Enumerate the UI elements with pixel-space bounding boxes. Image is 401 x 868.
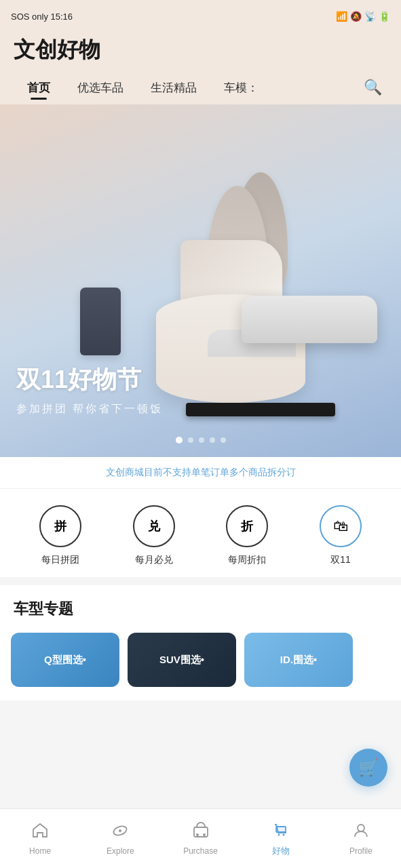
hero-content: 双11好物节 参加拼团 帮你省下一顿饭 bbox=[16, 363, 163, 416]
nav-home-label: Home bbox=[29, 846, 51, 856]
status-bar: SOS only 15:16 📶 🔕 📡 🔋 bbox=[0, 0, 401, 30]
nav-explore-label: Explore bbox=[107, 846, 134, 856]
car-type-id-label: ID.围选• bbox=[280, 654, 317, 667]
car-type-suv-label: SUV围选• bbox=[159, 654, 204, 667]
vw-cup bbox=[80, 288, 121, 355]
svg-point-8 bbox=[358, 825, 364, 831]
category-monthly-redeem[interactable]: 兑 每月必兑 bbox=[107, 505, 201, 566]
nav-tab-car-products[interactable]: 优选车品 bbox=[64, 75, 137, 104]
monthly-redeem-icon: 兑 bbox=[133, 505, 175, 547]
daily-group-icon: 拼 bbox=[39, 505, 81, 547]
vibrate-icon: 🔕 bbox=[350, 11, 362, 22]
category-weekly-discount[interactable]: 折 每周折扣 bbox=[201, 505, 294, 566]
app-title: 文创好物 bbox=[14, 35, 387, 65]
svg-rect-5 bbox=[276, 827, 286, 832]
status-left-text: SOS only 15:16 bbox=[11, 12, 73, 22]
hero-title: 双11好物节 bbox=[16, 363, 163, 397]
goods-icon bbox=[272, 821, 290, 842]
nav-goods-label: 好物 bbox=[272, 845, 290, 857]
cart-fab-icon: 🛒 bbox=[358, 758, 379, 777]
weekly-discount-label: 每周折扣 bbox=[228, 554, 266, 566]
notice-bar: 文创商城目前不支持单笔订单多个商品拆分订 bbox=[0, 457, 401, 489]
header: 文创好物 首页 优选车品 生活精品 车模： 🔍 bbox=[0, 30, 401, 104]
car-type-q-label: Q型围选• bbox=[44, 654, 86, 667]
notice-text: 文创商城目前不支持单笔订单多个商品拆分订 bbox=[106, 467, 296, 477]
pin-text-icon: 拼 bbox=[54, 518, 66, 534]
dot-4[interactable] bbox=[210, 437, 215, 443]
weekly-discount-icon: 折 bbox=[226, 505, 268, 547]
dot-1[interactable] bbox=[176, 437, 183, 443]
status-right-icons: 📶 🔕 📡 🔋 bbox=[336, 11, 390, 22]
car-model bbox=[242, 296, 377, 343]
hero-subtitle: 参加拼团 帮你省下一顿饭 bbox=[16, 402, 163, 416]
nav-item-explore[interactable]: Explore bbox=[80, 816, 160, 861]
nav-profile-label: Profile bbox=[349, 846, 373, 856]
carousel-dots bbox=[176, 437, 226, 443]
explore-icon bbox=[111, 822, 129, 844]
nav-item-home[interactable]: Home bbox=[0, 816, 80, 861]
nav-tab-lifestyle[interactable]: 生活精品 bbox=[137, 75, 210, 104]
car-base-platform bbox=[186, 403, 335, 416]
svg-point-4 bbox=[203, 833, 206, 836]
car-type-id[interactable]: ID.围选• bbox=[244, 633, 353, 687]
monthly-redeem-label: 每月必兑 bbox=[135, 554, 173, 566]
category-daily-group[interactable]: 拼 每日拼团 bbox=[14, 505, 107, 566]
double11-label: 双11 bbox=[330, 554, 351, 566]
search-icon[interactable]: 🔍 bbox=[358, 73, 387, 104]
wifi-icon: 📡 bbox=[364, 11, 376, 22]
hero-banner: 双11好物节 参加拼团 帮你省下一顿饭 bbox=[0, 104, 401, 457]
svg-point-7 bbox=[282, 833, 284, 835]
svg-point-3 bbox=[196, 833, 199, 836]
categories-section: 拼 每日拼团 兑 每月必兑 折 每周折扣 🛍 双11 bbox=[0, 489, 401, 577]
nav-item-profile[interactable]: Profile bbox=[321, 816, 401, 861]
daily-group-label: 每日拼团 bbox=[41, 554, 79, 566]
profile-icon bbox=[352, 822, 370, 844]
section-car-types: 车型专题 bbox=[0, 585, 401, 627]
double11-icon: 🛍 bbox=[320, 505, 362, 547]
nav-tab-models[interactable]: 车模： bbox=[210, 75, 272, 104]
nfc-icon: 📶 bbox=[336, 11, 347, 22]
purchase-icon bbox=[192, 822, 210, 844]
dot-3[interactable] bbox=[199, 437, 204, 443]
category-double11[interactable]: 🛍 双11 bbox=[294, 505, 387, 566]
home-icon bbox=[31, 822, 49, 844]
nav-tab-home[interactable]: 首页 bbox=[14, 75, 64, 104]
car-type-cards: Q型围选• SUV围选• ID.围选• bbox=[0, 627, 401, 701]
car-type-suv[interactable]: SUV围选• bbox=[128, 633, 236, 687]
car-type-q[interactable]: Q型围选• bbox=[11, 633, 119, 687]
svg-rect-2 bbox=[194, 827, 208, 837]
nav-item-goods[interactable]: 好物 bbox=[241, 815, 321, 863]
dui-text-icon: 兑 bbox=[148, 518, 160, 534]
bag-icon: 🛍 bbox=[333, 517, 348, 535]
nav-purchase-label: Purchase bbox=[183, 846, 218, 856]
svg-point-1 bbox=[119, 829, 121, 832]
nav-item-purchase[interactable]: Purchase bbox=[160, 816, 240, 861]
dot-2[interactable] bbox=[188, 437, 193, 443]
battery-icon: 🔋 bbox=[379, 11, 390, 22]
nav-tabs: 首页 优选车品 生活精品 车模： 🔍 bbox=[14, 73, 387, 104]
dot-5[interactable] bbox=[221, 437, 226, 443]
bottom-nav: Home Explore Purchase bbox=[0, 808, 401, 868]
cart-fab-button[interactable]: 🛒 bbox=[349, 749, 387, 787]
zhe-text-icon: 折 bbox=[241, 518, 253, 534]
svg-point-6 bbox=[278, 833, 280, 835]
